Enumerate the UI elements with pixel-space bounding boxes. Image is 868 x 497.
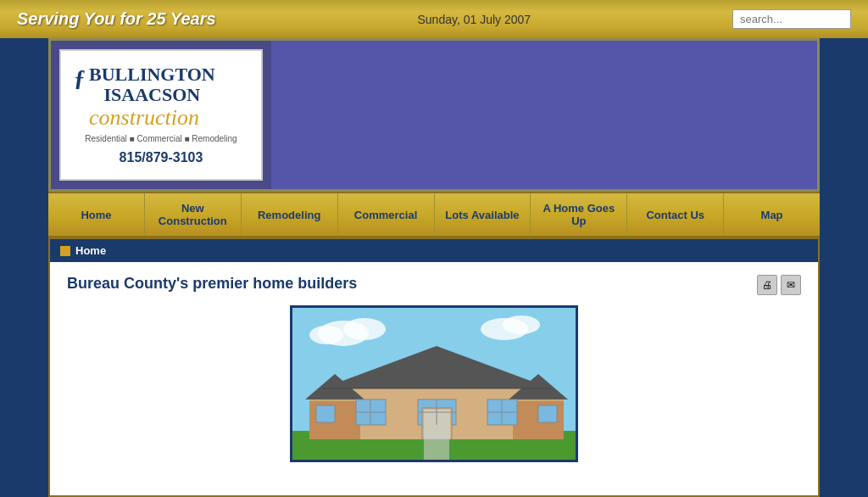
nav-item-new-construction[interactable]: New Construction (145, 193, 242, 236)
header-tagline: Serving You for 25 Years (17, 9, 216, 29)
email-icon[interactable]: ✉ (781, 275, 801, 295)
main-panel: Home Bureau County's premier home builde… (48, 237, 820, 497)
action-icons: 🖨 ✉ (757, 275, 801, 295)
breadcrumb-icon (60, 246, 70, 256)
nav-item-commercial[interactable]: Commercial (338, 193, 435, 236)
breadcrumb-bar: Home (50, 239, 818, 262)
search-input[interactable] (732, 9, 851, 29)
content-body: Bureau County's premier home builders 🖨 … (50, 262, 818, 495)
nav-item-contact-us[interactable]: Contact Us (627, 193, 724, 236)
svg-point-5 (503, 316, 540, 334)
svg-point-2 (343, 318, 386, 340)
house-image (290, 305, 578, 462)
nav-item-lots-available[interactable]: Lots Available (435, 193, 531, 236)
nav-item-home[interactable]: Home (48, 193, 145, 236)
nav-item-map[interactable]: Map (724, 193, 820, 236)
print-icon[interactable]: 🖨 (757, 275, 777, 295)
header-image-area (271, 41, 817, 189)
logo-box: ƒ BULLINGTON ISAACSON construction Resid… (59, 49, 263, 181)
header-date: Sunday, 01 July 2007 (417, 13, 531, 26)
logo-construction: construction (89, 105, 215, 131)
house-image-wrapper (67, 305, 801, 462)
page-wrapper: Serving You for 25 Years Sunday, 01 July… (0, 0, 868, 497)
house-svg (292, 308, 578, 462)
svg-rect-27 (316, 405, 335, 422)
svg-point-3 (309, 326, 343, 344)
logo-phone: 815/879-3103 (120, 150, 203, 165)
svg-rect-28 (538, 405, 557, 422)
content-area: ƒ BULLINGTON ISAACSON construction Resid… (48, 38, 820, 192)
header: Serving You for 25 Years Sunday, 01 July… (0, 0, 868, 38)
logo-company-name: BULLINGTON ISAACSON (89, 64, 215, 105)
header-search-area (732, 9, 851, 29)
logo-tagline: Residential ■ Commercial ■ Remodeling (85, 134, 236, 143)
page-heading: Bureau County's premier home builders (67, 275, 357, 293)
svg-rect-29 (424, 439, 449, 462)
logo-icon: ƒ (74, 64, 86, 92)
nav-bar: Home New Construction Remodeling Commerc… (48, 192, 820, 237)
breadcrumb-text: Home (75, 244, 106, 257)
nav-item-remodeling[interactable]: Remodeling (242, 193, 338, 236)
nav-item-home-goes-up[interactable]: A Home Goes Up (531, 193, 627, 236)
